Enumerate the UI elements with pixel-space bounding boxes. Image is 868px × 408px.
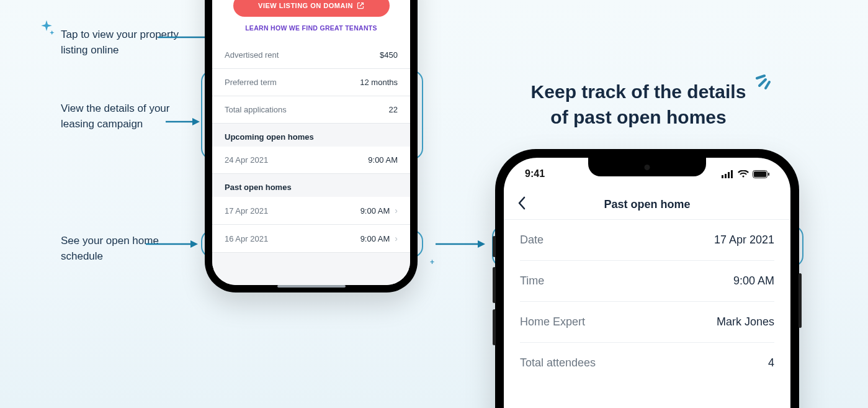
detail-row-home-expert: Home Expert Mark Jones	[520, 302, 774, 343]
plus-accent-icon: +	[430, 258, 434, 266]
back-button[interactable]	[517, 196, 526, 214]
svg-rect-11	[731, 170, 733, 178]
cellular-icon	[722, 170, 734, 178]
sparkle-icon	[37, 19, 56, 40]
battery-icon	[753, 170, 769, 178]
status-time: 9:41	[525, 168, 545, 179]
detail-row-date: Date 17 Apr 2021	[520, 220, 774, 261]
past-open-home-row[interactable]: 16 Apr 2021 9:00 AM›	[212, 225, 410, 253]
view-listing-label: VIEW LISTING ON DOMAIN	[258, 2, 353, 9]
phone-past-open-home-detail: 9:41 Past open home Date 17 Apr 2021	[495, 149, 799, 408]
arrow-icon	[166, 116, 200, 128]
svg-rect-14	[768, 173, 769, 176]
view-listing-button[interactable]: VIEW LISTING ON DOMAIN	[233, 0, 390, 17]
section-upcoming-open-homes: Upcoming open homes	[212, 124, 410, 147]
phone-leasing-campaign: Your leasing manager Angela Misfud is wo…	[205, 0, 418, 292]
svg-marker-7	[478, 240, 485, 248]
arrow-icon	[146, 238, 198, 250]
chevron-left-icon	[517, 196, 526, 210]
svg-rect-8	[722, 175, 723, 178]
detail-row-term: Preferred term 12 months	[212, 69, 410, 96]
detail-row-attendees: Total attendees 4	[520, 343, 774, 383]
svg-rect-9	[725, 174, 727, 178]
burst-icon	[756, 67, 781, 94]
learn-tenants-link[interactable]: LEARN HOW WE FIND GREAT TENANTS	[225, 24, 398, 32]
external-link-icon	[357, 2, 364, 9]
page-title: Past open home	[604, 198, 690, 211]
section-past-open-homes: Past open homes	[212, 174, 410, 197]
upcoming-open-home-row[interactable]: 24 Apr 2021 9:00 AM	[212, 147, 410, 174]
detail-row-rent: Advertised rent $450	[212, 42, 410, 69]
svg-marker-5	[190, 240, 198, 248]
chevron-right-icon: ›	[395, 206, 398, 215]
phone-notch	[588, 158, 706, 176]
hero-heading: Keep track of the detailsof past open ho…	[514, 79, 763, 130]
nav-bar: Past open home	[504, 190, 790, 220]
svg-marker-3	[192, 118, 200, 125]
chevron-right-icon: ›	[395, 233, 398, 243]
arrow-icon	[436, 238, 485, 250]
wifi-icon	[738, 170, 749, 178]
svg-rect-13	[754, 171, 766, 177]
detail-row-time: Time 9:00 AM	[520, 261, 774, 302]
svg-rect-10	[728, 172, 730, 178]
past-open-home-row[interactable]: 17 Apr 2021 9:00 AM›	[212, 197, 410, 225]
detail-row-applications: Total applications 22	[212, 96, 410, 124]
